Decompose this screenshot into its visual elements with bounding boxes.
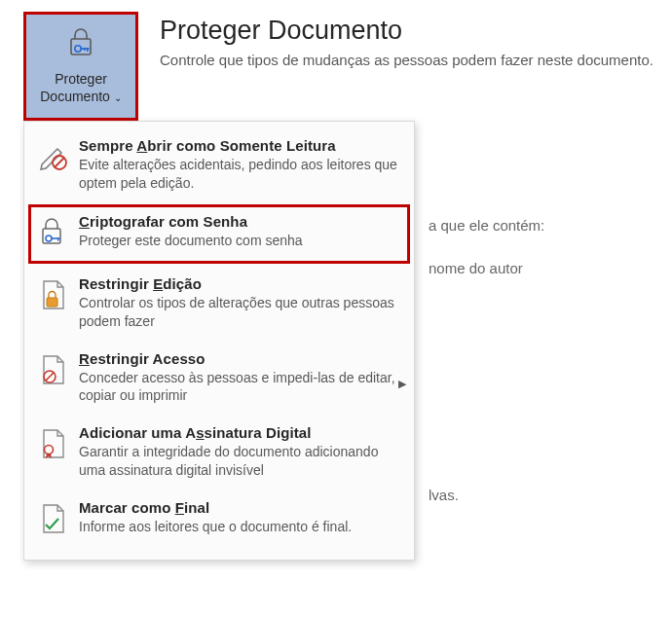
svg-rect-11 xyxy=(47,298,57,307)
menu-item-encrypt-password[interactable]: Criptografar com Senha Proteger este doc… xyxy=(28,204,410,264)
menu-item-title: Sempre Abrir como Somente Leitura xyxy=(79,137,400,154)
svg-rect-3 xyxy=(87,48,89,52)
svg-line-13 xyxy=(46,372,54,380)
protect-button-label-1: Proteger xyxy=(55,70,107,89)
svg-rect-10 xyxy=(57,237,58,241)
protect-document-button[interactable]: Proteger Documento ⌄ xyxy=(23,12,138,121)
protect-document-menu: Sempre Abrir como Somente Leitura Evite … xyxy=(23,121,415,561)
header-area: Proteger Documento ⌄ Proteger Documento … xyxy=(0,0,672,121)
svg-point-8 xyxy=(46,236,52,241)
menu-item-add-signature[interactable]: Adicionar uma Assinatura Digital Garanti… xyxy=(24,415,414,490)
lock-key-icon xyxy=(36,215,71,254)
menu-item-desc: Controlar os tipos de alterações que out… xyxy=(79,294,400,331)
svg-rect-4 xyxy=(84,48,86,51)
menu-item-desc: Proteger este documento com senha xyxy=(79,232,400,250)
document-ribbon-icon xyxy=(36,426,71,465)
submenu-arrow-icon: ▶ xyxy=(398,378,406,390)
page-title: Proteger Documento xyxy=(160,16,653,46)
menu-item-title: Restringir Acesso xyxy=(79,350,400,367)
svg-point-14 xyxy=(45,446,54,454)
menu-item-title: Adicionar uma Assinatura Digital xyxy=(79,424,400,441)
lock-key-icon xyxy=(63,24,98,64)
menu-item-title: Criptografar com Senha xyxy=(79,213,400,230)
background-text: a que ele contém: nome do autor lvas. xyxy=(429,204,544,517)
menu-item-desc: Garantir a integridade do documento adic… xyxy=(79,443,400,480)
menu-item-restrict-access[interactable]: Restringir Acesso Conceder acesso às pes… xyxy=(24,341,414,416)
menu-item-desc: Informe aos leitores que o documento é f… xyxy=(79,518,400,536)
menu-item-desc: Conceder acesso às pessoas e impedi-las … xyxy=(79,369,400,406)
menu-item-desc: Evite alterações acidentais, pedindo aos… xyxy=(79,156,400,193)
pencil-forbidden-icon xyxy=(36,139,71,178)
document-check-icon xyxy=(36,501,71,540)
menu-item-restrict-editing[interactable]: Restringir Edição Controlar os tipos de … xyxy=(24,266,414,341)
document-lock-icon xyxy=(36,277,71,316)
page-subtitle: Controle que tipos de mudanças as pessoa… xyxy=(160,52,653,68)
menu-item-mark-final[interactable]: Marcar como Final Informe aos leitores q… xyxy=(24,490,414,550)
protect-button-label-2: Documento ⌄ xyxy=(40,88,121,106)
svg-point-1 xyxy=(75,45,81,51)
svg-rect-7 xyxy=(43,229,60,243)
menu-item-title: Restringir Edição xyxy=(79,275,400,292)
menu-item-always-readonly[interactable]: Sempre Abrir como Somente Leitura Evite … xyxy=(24,127,414,202)
document-forbidden-icon xyxy=(36,352,71,391)
menu-item-title: Marcar como Final xyxy=(79,499,400,516)
